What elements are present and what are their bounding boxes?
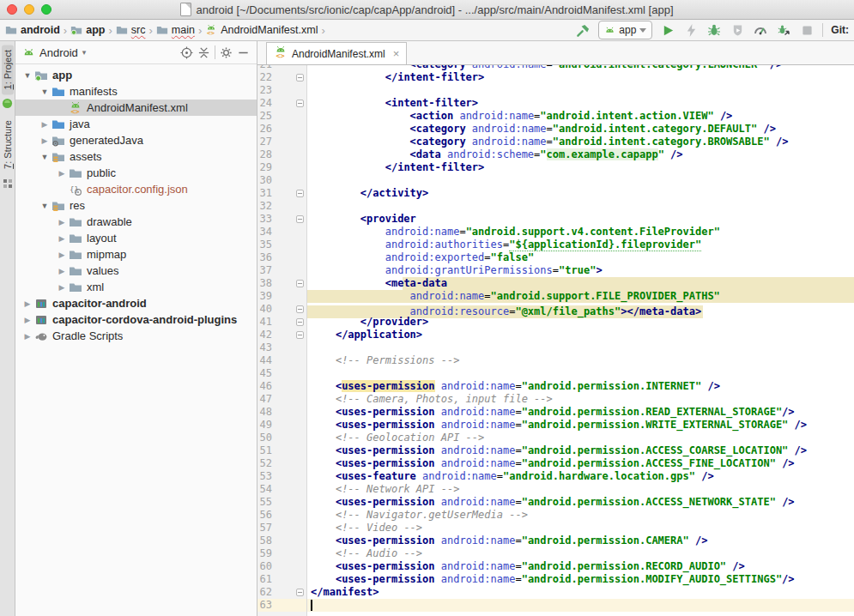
run-configuration-selector[interactable]: app	[598, 21, 652, 39]
code-line-57[interactable]: <!-- Video -->	[307, 522, 854, 534]
tree-item-drawable[interactable]: ▶drawable	[15, 214, 257, 230]
tree-item-androidmanifest-xml[interactable]: <>AndroidManifest.xml	[15, 100, 257, 116]
fold-marker[interactable]	[296, 190, 304, 197]
tree-item-gradle-scripts[interactable]: ▶Gradle Scripts	[15, 328, 257, 344]
tree-item-capacitor-config-json[interactable]: {}capacitor.config.json	[15, 181, 257, 197]
breadcrumb-item-app[interactable]: app	[70, 24, 105, 36]
tree-expand-arrow[interactable]: ▼	[38, 153, 51, 161]
chevron-down-icon[interactable]: ▾	[82, 48, 87, 57]
tree-expand-arrow[interactable]: ▶	[55, 283, 69, 292]
tree-expand-arrow[interactable]: ▼	[38, 202, 51, 210]
tree-expand-arrow[interactable]: ▶	[55, 234, 69, 243]
tree-expand-arrow[interactable]: ▶	[55, 169, 69, 178]
code-line-40[interactable]: android:resource="@xml/file_paths"></met…	[307, 303, 854, 316]
tree-item-assets[interactable]: ▼assets	[15, 148, 257, 165]
code-line-41[interactable]: </provider>	[307, 316, 854, 329]
fold-marker[interactable]	[296, 100, 304, 107]
code-line-39[interactable]: android:name="android.support.FILE_PROVI…	[307, 290, 854, 303]
tree-expand-arrow[interactable]: ▶	[55, 251, 69, 259]
hide-panel-icon[interactable]	[237, 46, 250, 59]
breadcrumb-item-main[interactable]: main	[156, 24, 195, 36]
grid-icon[interactable]	[3, 177, 13, 192]
code-line-26[interactable]: <category android:name="android.intent.c…	[307, 123, 854, 136]
code-line-42[interactable]: </application>	[307, 329, 854, 341]
code-line-22[interactable]: </intent-filter>	[307, 71, 854, 84]
toolwindow-button-structure[interactable]: 7: Structure	[2, 115, 14, 174]
code-line-27[interactable]: <category android:name="android.intent.c…	[307, 136, 854, 148]
code-line-47[interactable]: <!-- Camera, Photos, input file -->	[307, 393, 854, 406]
code-line-54[interactable]: <!-- Network API -->	[307, 483, 854, 496]
code-line-44[interactable]: <!-- Permissions -->	[307, 354, 854, 367]
code-line-34[interactable]: android:name="android.support.v4.content…	[307, 226, 854, 239]
stop-button[interactable]	[799, 22, 815, 38]
fold-marker[interactable]	[296, 280, 304, 287]
fold-marker[interactable]	[296, 74, 304, 82]
code-line-60[interactable]: <uses-permission android:name="android.p…	[307, 560, 854, 573]
code-line-45[interactable]	[307, 367, 854, 380]
code-line-37[interactable]: android:grantUriPermissions="true">	[307, 264, 854, 277]
code-line-59[interactable]: <!-- Audio -->	[307, 547, 854, 560]
tree-item-layout[interactable]: ▶layout	[15, 230, 257, 246]
code-line-23[interactable]	[307, 84, 854, 97]
fold-marker[interactable]	[296, 215, 304, 223]
code-line-58[interactable]: <uses-permission android:name="android.p…	[307, 534, 854, 547]
code-line-29[interactable]: </intent-filter>	[307, 161, 854, 174]
code-line-33[interactable]: <provider	[307, 213, 854, 226]
code-line-63[interactable]	[307, 599, 854, 612]
fold-marker[interactable]	[296, 318, 304, 326]
breadcrumb-item-src[interactable]: src	[116, 24, 146, 36]
tree-item-public[interactable]: ▶public	[15, 165, 257, 181]
tree-expand-arrow[interactable]: ▶	[38, 120, 51, 129]
code-line-21[interactable]: <category android:name="android.intent.c…	[307, 65, 854, 71]
code-line-55[interactable]: <uses-permission android:name="android.p…	[307, 496, 854, 509]
code-line-36[interactable]: android:exported="false"	[307, 251, 854, 264]
profiler-icon[interactable]	[753, 22, 768, 38]
android-circle-icon[interactable]	[2, 97, 13, 112]
zoom-button[interactable]	[41, 4, 51, 15]
tree-expand-arrow[interactable]: ▶	[38, 136, 51, 145]
minimize-button[interactable]	[24, 4, 34, 15]
attach-debugger-icon[interactable]	[776, 22, 791, 38]
tree-expand-arrow[interactable]: ▶	[21, 332, 34, 341]
tree-item-manifests[interactable]: ▼manifests	[15, 83, 257, 100]
tree-item-java[interactable]: ▶java	[15, 116, 257, 132]
collapse-all-icon[interactable]	[197, 46, 210, 59]
tree-item-res[interactable]: ▼res	[15, 197, 257, 214]
code-line-31[interactable]: </activity>	[307, 187, 854, 200]
run-button[interactable]	[660, 22, 675, 38]
tree-expand-arrow[interactable]: ▶	[21, 316, 34, 324]
project-view-selector[interactable]: Android	[39, 46, 78, 59]
code-line-49[interactable]: <uses-permission android:name="android.p…	[307, 419, 854, 432]
debug-button[interactable]	[706, 22, 722, 38]
tree-item-capacitor-cordova-android-plugins[interactable]: ▶capacitor-cordova-android-plugins	[15, 311, 257, 328]
code-line-52[interactable]: <uses-permission android:name="android.p…	[307, 457, 854, 470]
code-line-62[interactable]: </manifest>	[307, 586, 854, 599]
tree-item-values[interactable]: ▶values	[15, 263, 257, 279]
code-line-46[interactable]: <uses-permission android:name="android.p…	[307, 380, 854, 393]
code-line-35[interactable]: android:authorities="${applicationId}.fi…	[307, 239, 854, 251]
tree-expand-arrow[interactable]: ▼	[38, 88, 51, 96]
tree-item-app[interactable]: ▼app	[15, 67, 257, 83]
close-button[interactable]	[7, 4, 17, 15]
code-line-53[interactable]: <uses-feature android:name="android.hard…	[307, 470, 854, 483]
code-line-38[interactable]: <meta-data	[307, 277, 854, 290]
code-line-32[interactable]	[307, 200, 854, 213]
breadcrumb-item-android[interactable]: android	[5, 24, 60, 36]
code-line-28[interactable]: <data android:scheme="com.example.capapp…	[307, 148, 854, 161]
code-line-30[interactable]	[307, 174, 854, 187]
apply-changes-icon[interactable]	[683, 22, 699, 38]
toolwindow-button-project[interactable]: 1: Project	[2, 45, 14, 94]
code-line-48[interactable]: <uses-permission android:name="android.p…	[307, 406, 854, 419]
code-line-51[interactable]: <uses-permission android:name="android.p…	[307, 444, 854, 457]
code-editor[interactable]: 2122232425262728293031323334353637383940…	[257, 65, 854, 616]
locate-file-icon[interactable]	[180, 46, 193, 59]
fold-marker[interactable]	[296, 331, 304, 339]
fold-marker[interactable]	[296, 305, 304, 313]
gear-icon[interactable]	[220, 46, 233, 59]
tree-expand-arrow[interactable]: ▶	[55, 267, 69, 275]
tree-expand-arrow[interactable]: ▶	[55, 218, 69, 226]
fold-marker[interactable]	[296, 589, 304, 596]
code-line-25[interactable]: <action android:name="android.intent.act…	[307, 110, 854, 123]
tree-expand-arrow[interactable]: ▶	[21, 299, 34, 308]
tree-item-mipmap[interactable]: ▶mipmap	[15, 246, 257, 263]
